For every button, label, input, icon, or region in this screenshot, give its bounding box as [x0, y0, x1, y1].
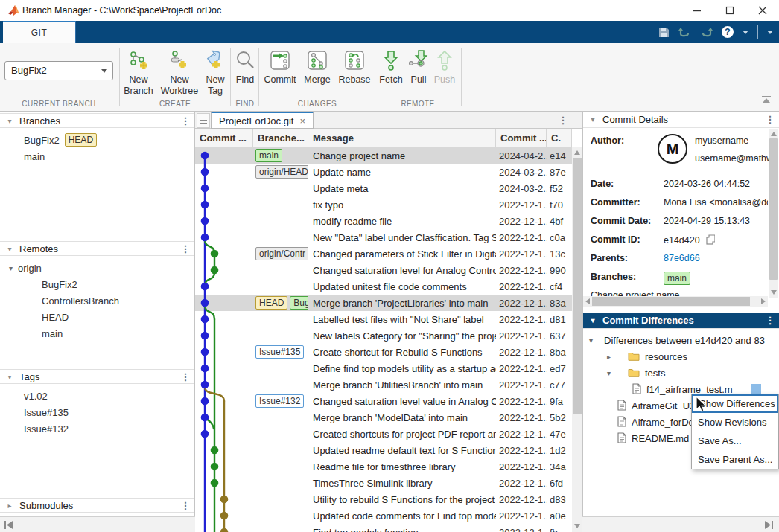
save-icon[interactable]: [658, 27, 670, 38]
new-branch-button[interactable]: New Branch: [122, 48, 155, 97]
tab-list-icon[interactable]: [197, 113, 210, 128]
commit-table-row[interactable]: Issue#135Create shortcut for Rebuild S F…: [195, 344, 572, 360]
sidebar-branch-item[interactable]: BugFix2HEAD: [24, 132, 97, 147]
help-icon[interactable]: ?: [722, 26, 734, 38]
pull-button[interactable]: Pull: [407, 48, 430, 86]
sidebar-remote-branch-item[interactable]: main: [42, 326, 63, 341]
scroll-to-end-icon[interactable]: [764, 521, 773, 529]
combo-dropdown-icon[interactable]: [95, 62, 112, 80]
commit-table-row[interactable]: New "Data" label under Clasffication. Ta…: [195, 229, 572, 246]
detail-field-value[interactable]: 87e6d66: [664, 253, 700, 263]
commit-button[interactable]: Commit: [262, 48, 298, 86]
column-header[interactable]: Commit ...: [195, 129, 253, 147]
collapse-arrow-icon[interactable]: ▾: [9, 264, 13, 272]
tab-close-icon[interactable]: ×: [299, 115, 305, 126]
column-header[interactable]: Branche...: [253, 129, 308, 147]
branches-section-header[interactable]: ▾ Branches ⋮: [0, 113, 194, 128]
scroll-left-icon[interactable]: [585, 298, 590, 304]
sidebar-remote-branch-item[interactable]: BugFix2: [42, 277, 77, 292]
quick-access-dropdown-icon[interactable]: [767, 31, 773, 34]
commit-table-row[interactable]: Updated unitest file code comments2022-1…: [195, 278, 572, 295]
fetch-button[interactable]: Fetch: [377, 48, 405, 86]
right-panel-bottom-scrollbar[interactable]: [582, 516, 779, 532]
document-tab[interactable]: ProjectForDoc.git ×: [211, 112, 314, 129]
commit-table-row[interactable]: Updated readme default text for S Functi…: [195, 442, 572, 458]
sidebar-tag-item[interactable]: v1.02: [24, 388, 48, 403]
find-button[interactable]: Find: [232, 48, 258, 86]
submodules-menu-icon[interactable]: ⋮: [177, 500, 194, 511]
scroll-up-icon[interactable]: [771, 132, 777, 136]
collapse-arrow-icon[interactable]: ▾: [589, 336, 593, 344]
remotes-menu-icon[interactable]: ⋮: [177, 243, 194, 254]
commit-table-row[interactable]: Readme file for timesthree library2022-1…: [195, 458, 572, 475]
details-horizontal-scrollbar[interactable]: [583, 296, 768, 307]
expand-arrow-icon[interactable]: ▸: [0, 501, 19, 510]
redo-icon[interactable]: [700, 27, 713, 38]
sidebar-remote-branch-item[interactable]: HEAD: [42, 310, 69, 324]
submodules-section-header[interactable]: ▸ Submodules ⋮: [0, 498, 194, 513]
sidebar-branch-item[interactable]: main: [24, 149, 45, 164]
column-header[interactable]: Commit ...: [496, 129, 547, 147]
commit-table-row[interactable]: HEADBugFMerge branch 'ProjectLibraries' …: [195, 295, 572, 311]
sidebar-tag-item[interactable]: Issue#132: [24, 421, 69, 436]
context-menu-item[interactable]: Show Revisions: [692, 413, 778, 432]
commit-table-row[interactable]: Labelled test files with "Not Share" lab…: [195, 311, 572, 327]
column-header[interactable]: Message: [308, 129, 496, 147]
context-menu-item[interactable]: Save As...: [692, 432, 778, 450]
collapse-arrow-icon[interactable]: ▾: [0, 117, 19, 125]
scrollbar-thumb[interactable]: [573, 158, 582, 414]
new-tag-button[interactable]: New Tag: [203, 48, 228, 97]
sidebar-tag-item[interactable]: Issue#135: [24, 405, 69, 420]
scroll-down-icon[interactable]: [574, 524, 580, 528]
scroll-to-start-icon[interactable]: [4, 521, 13, 529]
sidebar-remote-root[interactable]: ▾origin: [9, 260, 42, 275]
collapse-arrow-icon[interactable]: ▾: [583, 115, 602, 124]
collapse-arrow-icon[interactable]: ▾: [0, 373, 19, 381]
collapse-arrow-icon[interactable]: ▾: [607, 369, 611, 377]
commit-table-row[interactable]: TimesThree Simulink library2022-12-1...6…: [195, 475, 572, 491]
tab-strip-menu-icon[interactable]: ⋮: [554, 115, 572, 126]
collapse-arrow-icon[interactable]: ▾: [0, 245, 19, 253]
table-vertical-scrollbar[interactable]: [572, 147, 582, 532]
tab-git[interactable]: GIT: [3, 21, 76, 43]
maximize-button[interactable]: [713, 0, 746, 21]
commit-table-row[interactable]: mainChange project name2024-04-2...e14: [195, 147, 572, 164]
current-branch-combo[interactable]: BugFix2: [4, 61, 113, 80]
commit-table-row[interactable]: fix typo2022-12-1...f70: [195, 196, 572, 213]
help-dropdown-icon[interactable]: [743, 31, 748, 34]
scroll-right-icon[interactable]: [761, 298, 766, 304]
tags-section-header[interactable]: ▾ Tags ⋮: [0, 369, 194, 384]
commit-table-row[interactable]: Created shortcuts for project PDF report…: [195, 426, 572, 442]
commit-details-menu-icon[interactable]: ⋮: [761, 114, 779, 125]
commit-table-row[interactable]: Merge branch 'ModelData' into main2022-1…: [195, 409, 572, 426]
diff-tree-item[interactable]: ▾tests: [583, 365, 779, 381]
commit-table-row[interactable]: Define find top models utility as a star…: [195, 360, 572, 376]
context-menu-item[interactable]: Save Parent As...: [692, 450, 778, 469]
remotes-section-header[interactable]: ▾ Remotes ⋮: [0, 241, 194, 256]
commit-table-row[interactable]: origin/HEADUpdate name2024-03-2...87e: [195, 164, 572, 180]
scroll-down-icon[interactable]: [771, 290, 777, 295]
commit-table-row[interactable]: Merge branch 'UtilitiesBranch' into main…: [195, 376, 572, 393]
collapse-arrow-icon[interactable]: ▾: [583, 316, 602, 324]
sidebar-remote-branch-item[interactable]: ControllersBranch: [42, 293, 119, 308]
scrollbar-thumb[interactable]: [769, 138, 778, 280]
details-vertical-scrollbar[interactable]: [769, 129, 778, 298]
column-header[interactable]: C.: [547, 129, 572, 147]
tags-menu-icon[interactable]: ⋮: [177, 371, 194, 382]
commit-table-row[interactable]: origin/ContrChanged parameters of Stick …: [195, 246, 572, 262]
collapse-ribbon-icon[interactable]: [761, 95, 772, 106]
expand-arrow-icon[interactable]: ▸: [607, 353, 611, 361]
commit-table-row[interactable]: modify readme file2022-12-1...4bf: [195, 213, 572, 229]
commit-details-header[interactable]: ▾ Commit Details ⋮: [583, 112, 779, 128]
commit-table-row[interactable]: Issue#132Changed saturation level value …: [195, 393, 572, 409]
sidebar-bottom-scrollbar[interactable]: [0, 516, 195, 532]
rebase-button[interactable]: Rebase: [337, 48, 372, 86]
commit-table-row[interactable]: Updated code comments for Find top mode.…: [195, 507, 572, 524]
branches-menu-icon[interactable]: ⋮: [177, 115, 194, 126]
merge-button[interactable]: Merge: [301, 48, 334, 86]
diff-tree-item[interactable]: ▸resources: [583, 348, 779, 365]
close-button[interactable]: [746, 0, 779, 21]
commit-differences-menu-icon[interactable]: ⋮: [761, 315, 779, 326]
copy-icon[interactable]: [706, 234, 715, 247]
commit-differences-header[interactable]: ▾ Commit Differences ⋮: [583, 313, 779, 329]
